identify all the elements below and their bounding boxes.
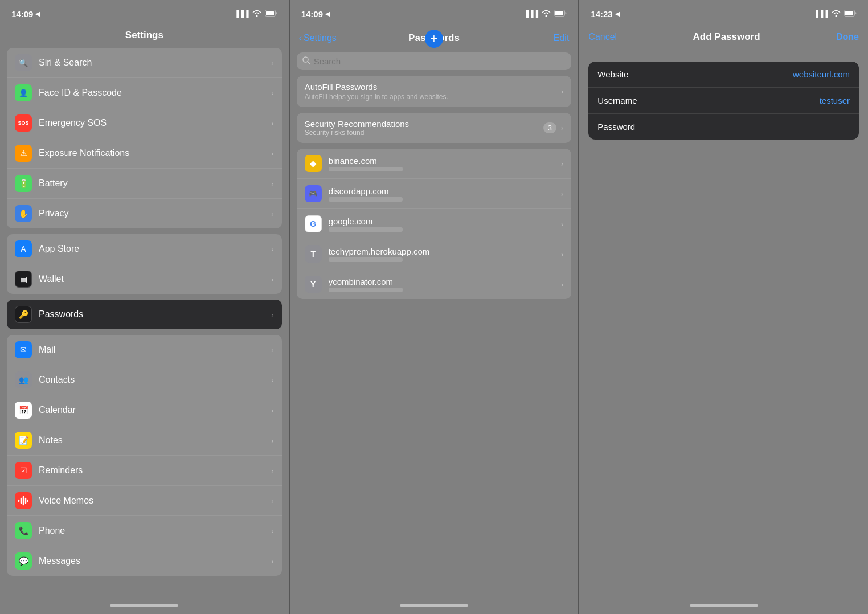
passwords-panel: 14:09 ◀ ▐▐▐ ‹ Setti (290, 0, 579, 614)
status-bar-2: 14:09 ◀ ▐▐▐ (290, 0, 579, 25)
security-title: Security Recommendations (305, 119, 543, 129)
settings-item-phone[interactable]: 📞 Phone › (7, 516, 282, 546)
add-password-button[interactable]: + (425, 30, 443, 48)
settings-item-notes[interactable]: 📝 Notes › (7, 425, 282, 456)
search-input[interactable] (314, 56, 566, 66)
settings-item-messages[interactable]: 💬 Messages › (7, 546, 282, 576)
pw-entry-techyprem[interactable]: T techyprem.herokuapp.com › (297, 239, 572, 269)
battery-icon-3 (844, 10, 857, 18)
appstore-label: App Store (39, 244, 271, 254)
contacts-icon: 👥 (15, 371, 32, 388)
settings-item-calendar[interactable]: 📅 Calendar › (7, 395, 282, 425)
home-bar-2 (400, 604, 468, 607)
status-bar-1: 14:09 ◀ ▐▐▐ (0, 0, 289, 25)
settings-item-wallet[interactable]: ▤ Wallet › (7, 264, 282, 294)
exposure-icon: ⚠ (15, 145, 32, 162)
exposure-label: Exposure Notifications (39, 148, 271, 158)
settings-item-voicememos[interactable]: Voice Memos › (7, 486, 282, 516)
signal-icon-3: ▐▐▐ (814, 10, 829, 18)
svg-point-9 (303, 57, 308, 62)
faceid-label: Face ID & Passcode (39, 88, 271, 98)
mail-icon: ✉ (15, 341, 32, 358)
google-subtitle (329, 227, 403, 232)
settings-item-privacy[interactable]: ✋ Privacy › (7, 199, 282, 228)
settings-item-appstore[interactable]: A App Store › (7, 234, 282, 264)
security-subtitle: Security risks found (305, 129, 543, 137)
wifi-icon-3 (832, 10, 841, 18)
autofill-item[interactable]: AutoFill Passwords AutoFill helps you si… (297, 76, 572, 107)
website-label: Website (597, 69, 654, 79)
status-time-2: 14:09 ◀ (301, 9, 330, 19)
done-button[interactable]: Done (836, 32, 859, 42)
search-bar[interactable] (297, 52, 572, 70)
mail-label: Mail (39, 345, 271, 355)
settings-item-faceid[interactable]: 👤 Face ID & Passcode › (7, 78, 282, 108)
emergency-label: Emergency SOS (39, 118, 271, 128)
signal-icon-1: ▐▐▐ (234, 10, 249, 18)
username-value: testuser (654, 96, 850, 105)
siri-icon: 🔍 (15, 54, 32, 71)
settings-item-siri[interactable]: 🔍 Siri & Search › (7, 48, 282, 78)
privacy-label: Privacy (39, 208, 271, 219)
settings-group-passwords: 🔑 Passwords › (7, 300, 282, 329)
form-row-password[interactable]: Password (588, 114, 859, 140)
cancel-button[interactable]: Cancel (588, 32, 617, 42)
settings-item-passwords[interactable]: 🔑 Passwords › (7, 300, 282, 329)
location-icon-1: ◀ (35, 10, 40, 18)
add-password-title: Add Password (693, 31, 760, 43)
password-label: Password (597, 122, 654, 132)
status-icons-2: ▐▐▐ (524, 10, 567, 18)
discord-domain: discordapp.com (329, 186, 561, 196)
add-password-panel: 14:23 ◀ ▐▐▐ Cancel Add Passw (579, 0, 868, 614)
autofill-chevron: › (561, 87, 563, 96)
google-domain: google.com (329, 216, 561, 226)
security-chevron: › (561, 124, 563, 132)
wifi-icon-1 (252, 10, 261, 18)
back-button[interactable]: ‹ Settings (299, 33, 337, 43)
pw-entry-google[interactable]: G google.com › (297, 209, 572, 239)
reminders-label: Reminders (39, 465, 271, 476)
settings-item-mail[interactable]: ✉ Mail › (7, 335, 282, 365)
security-section: Security Recommendations Security risks … (297, 113, 572, 143)
passwords-label: Passwords (39, 309, 271, 320)
home-bar-1 (110, 604, 178, 607)
pw-entry-binance[interactable]: ◆ binance.com › (297, 149, 572, 179)
binance-icon: ◆ (305, 155, 322, 172)
add-password-nav: Cancel Add Password Done (579, 25, 868, 50)
ycombinator-domain: ycombinator.com (329, 277, 561, 286)
status-bar-3: 14:23 ◀ ▐▐▐ (579, 0, 868, 25)
ycombinator-icon: Y (305, 276, 322, 293)
back-label: Settings (304, 33, 337, 43)
faceid-icon: 👤 (15, 84, 32, 101)
autofill-title: AutoFill Passwords (305, 82, 561, 92)
form-row-username[interactable]: Username testuser (588, 88, 859, 114)
svg-rect-1 (266, 11, 274, 15)
home-indicator-2 (290, 600, 579, 614)
battery-icon-2 (554, 10, 567, 18)
pw-entry-discord[interactable]: 🎮 discordapp.com › (297, 179, 572, 209)
edit-button[interactable]: Edit (554, 33, 570, 43)
settings-item-exposure[interactable]: ⚠ Exposure Notifications › (7, 138, 282, 169)
reminders-icon: ☑ (15, 462, 32, 479)
status-time-1: 14:09 ◀ (11, 9, 40, 19)
settings-group-2: A App Store › ▤ Wallet › (7, 234, 282, 294)
status-time-3: 14:23 ◀ (591, 9, 619, 19)
form-row-website[interactable]: Website websiteurl.com (588, 62, 859, 88)
techyprem-icon: T (305, 245, 322, 263)
messages-icon: 💬 (15, 552, 32, 570)
emergency-icon: SOS (15, 114, 32, 132)
settings-panel: 14:09 ◀ ▐▐▐ Settings (0, 0, 289, 614)
settings-item-battery[interactable]: 🔋 Battery › (7, 169, 282, 199)
security-item[interactable]: Security Recommendations Security risks … (297, 113, 572, 143)
settings-item-reminders[interactable]: ☑ Reminders › (7, 456, 282, 486)
ycombinator-subtitle (329, 288, 403, 292)
search-icon (302, 56, 310, 66)
settings-item-contacts[interactable]: 👥 Contacts › (7, 365, 282, 395)
status-icons-3: ▐▐▐ (814, 10, 857, 18)
settings-item-emergency[interactable]: SOS Emergency SOS › (7, 108, 282, 138)
pw-entry-ycombinator[interactable]: Y ycombinator.com › (297, 269, 572, 299)
notes-icon: 📝 (15, 432, 32, 449)
home-indicator-3 (579, 600, 868, 614)
appstore-icon: A (15, 240, 32, 257)
signal-icon-2: ▐▐▐ (524, 10, 539, 18)
